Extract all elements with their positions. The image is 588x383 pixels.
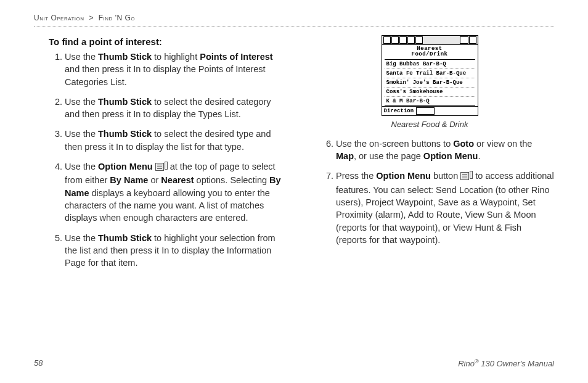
step-4: Use the Option Menu at the top of page t… bbox=[65, 160, 283, 224]
option-menu-icon bbox=[460, 171, 473, 183]
device-figure: Nearest Food/Drink Big Bubbas Bar-B-Q Sa… bbox=[305, 35, 554, 129]
toolbar-icon bbox=[399, 36, 407, 44]
manual-page: Unit Operation > Find 'N Go To find a po… bbox=[0, 0, 588, 383]
list-item: K & M Bar-B-Q bbox=[385, 97, 475, 105]
step-5: Use the Thumb Stick to highlight your se… bbox=[65, 232, 283, 270]
page-footer: 58 Rino® 130 Owner's Manual bbox=[34, 358, 554, 368]
device-screenshot: Nearest Food/Drink Big Bubbas Bar-B-Q Sa… bbox=[382, 35, 478, 116]
device-toolbar bbox=[382, 36, 478, 45]
registered-mark: ® bbox=[475, 358, 479, 364]
toolbar-icon bbox=[383, 36, 391, 44]
device-result-list: Big Bubbas Bar-B-Q Santa Fe Trail Bar-B-… bbox=[385, 59, 475, 106]
figure-caption: Nearest Food & Drink bbox=[391, 120, 468, 129]
breadcrumb-sep: > bbox=[89, 14, 94, 22]
list-item: Coss's Smokehouse bbox=[385, 88, 475, 97]
direction-label: Direction bbox=[384, 108, 414, 114]
steps-list-right: Use the on-screen buttons to Goto or vie… bbox=[320, 138, 554, 246]
breadcrumb: Unit Operation > Find 'N Go bbox=[34, 14, 554, 22]
step-1: Use the Thumb Stick to highlight Points … bbox=[65, 51, 283, 88]
close-icon bbox=[469, 36, 476, 44]
step-7: Press the Option Menu button to access a… bbox=[336, 170, 554, 246]
section-heading: To find a point of interest: bbox=[49, 36, 283, 47]
toolbar-icon bbox=[407, 36, 415, 44]
two-column-layout: To find a point of interest: Use the Thu… bbox=[34, 35, 554, 276]
option-menu-icon bbox=[155, 162, 168, 174]
breadcrumb-section: Unit Operation bbox=[34, 14, 84, 22]
toolbar-icon bbox=[415, 36, 423, 44]
list-item: Smokin' Joe's Bar-B-Que bbox=[385, 78, 475, 88]
breadcrumb-page: Find 'N Go bbox=[99, 14, 135, 22]
step-2: Use the Thumb Stick to select the desire… bbox=[65, 96, 283, 121]
product-footer: Rino® 130 Owner's Manual bbox=[458, 358, 554, 368]
header-rule bbox=[34, 26, 554, 27]
step-6: Use the on-screen buttons to Goto or vie… bbox=[336, 138, 554, 163]
toolbar-icon bbox=[391, 36, 399, 44]
page-number: 58 bbox=[34, 358, 43, 368]
steps-list-left: Use the Thumb Stick to highlight Points … bbox=[49, 51, 283, 269]
right-column: Nearest Food/Drink Big Bubbas Bar-B-Q Sa… bbox=[305, 35, 554, 276]
direction-value bbox=[416, 107, 435, 115]
list-item: Big Bubbas Bar-B-Q bbox=[385, 60, 475, 69]
device-footer: Direction bbox=[382, 106, 478, 115]
option-menu-icon bbox=[460, 36, 468, 44]
step-3: Use the Thumb Stick to select the desire… bbox=[65, 128, 283, 153]
left-column: To find a point of interest: Use the Thu… bbox=[34, 35, 283, 276]
list-item: Santa Fe Trail Bar-B-Que bbox=[385, 69, 475, 78]
device-title: Nearest Food/Drink bbox=[382, 45, 478, 59]
